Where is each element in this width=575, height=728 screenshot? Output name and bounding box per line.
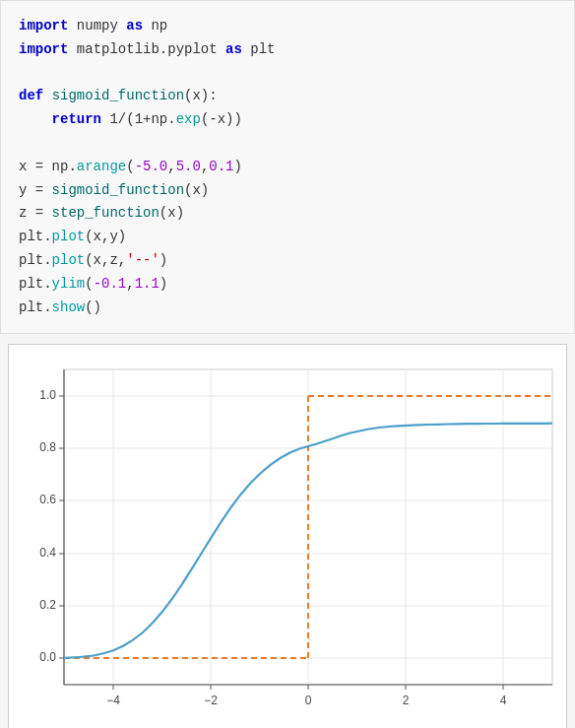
code-line-13: plt.show() bbox=[19, 297, 556, 320]
code-line-4: def sigmoid_function(x): bbox=[19, 85, 556, 108]
code-line-11: plt.plot(x,z,'--') bbox=[19, 249, 556, 273]
code-line-5: return 1/(1+np.exp(-x)) bbox=[19, 108, 556, 132]
x-tick-4: 4 bbox=[500, 694, 507, 707]
y-tick-0.8: 0.8 bbox=[39, 440, 56, 454]
code-line-9: z = step_function(x) bbox=[19, 202, 556, 226]
x-tick-neg2: −2 bbox=[204, 694, 218, 707]
code-line-1: import numpy as np bbox=[19, 15, 556, 38]
chart-container: 0.0 0.2 0.4 0.6 0.8 1.0 −4 −2 0 2 4 bbox=[8, 344, 567, 728]
code-line-10: plt.plot(x,y) bbox=[19, 226, 556, 249]
code-line-3 bbox=[19, 62, 556, 86]
x-tick-neg4: −4 bbox=[106, 694, 120, 707]
chart-svg: 0.0 0.2 0.4 0.6 0.8 1.0 −4 −2 0 2 4 bbox=[17, 355, 572, 728]
code-block: import numpy as np import matplotlib.pyp… bbox=[0, 0, 575, 334]
code-line-2: import matplotlib.pyplot as plt bbox=[19, 38, 556, 62]
y-tick-0.2: 0.2 bbox=[39, 598, 56, 612]
y-tick-1.0: 1.0 bbox=[39, 388, 56, 402]
x-tick-2: 2 bbox=[403, 694, 410, 707]
code-line-8: y = sigmoid_function(x) bbox=[19, 179, 556, 203]
code-line-6 bbox=[19, 132, 556, 156]
y-tick-0.4: 0.4 bbox=[39, 546, 56, 560]
y-tick-0.6: 0.6 bbox=[39, 493, 56, 506]
code-line-12: plt.ylim(-0.1,1.1) bbox=[19, 273, 556, 297]
code-line-7: x = np.arange(-5.0,5.0,0.1) bbox=[19, 156, 556, 179]
y-tick-0.0: 0.0 bbox=[39, 650, 56, 664]
x-tick-0: 0 bbox=[305, 694, 312, 707]
